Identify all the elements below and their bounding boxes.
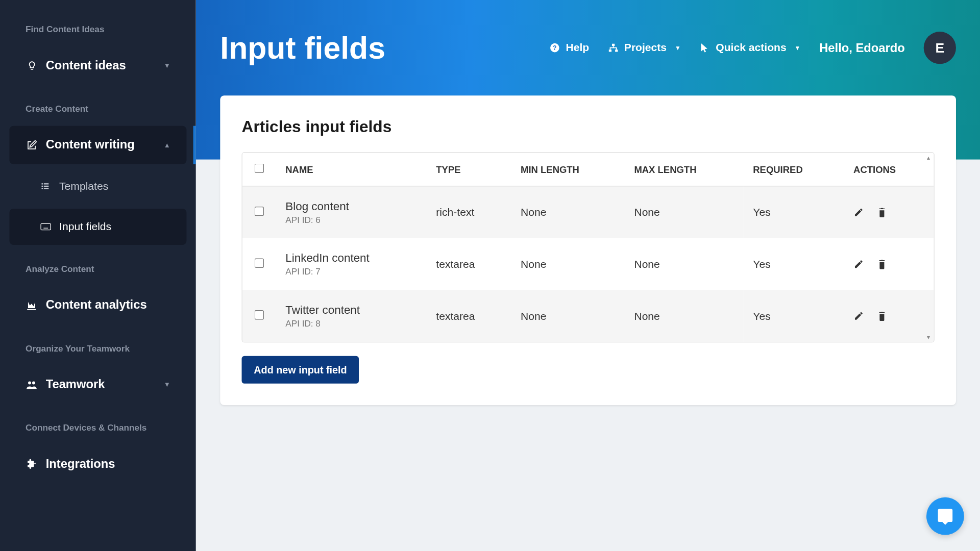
svg-rect-6 — [41, 223, 51, 230]
table-row: Twitter content API ID: 8 textarea None … — [242, 290, 934, 342]
delete-button[interactable] — [877, 207, 886, 218]
field-max-length: None — [625, 238, 744, 290]
trash-icon — [877, 311, 886, 321]
users-icon — [26, 380, 38, 389]
col-min-length: MIN LENGTH — [511, 153, 625, 186]
section-label-find-ideas: Find Content Ideas — [0, 16, 196, 42]
col-name: NAME — [276, 153, 427, 186]
edit-icon — [26, 140, 38, 151]
help-button[interactable]: ? Help — [550, 42, 589, 54]
add-input-field-button[interactable]: Add new input field — [242, 356, 359, 384]
field-required: Yes — [744, 186, 844, 238]
lightbulb-icon — [26, 61, 38, 71]
nav-content-analytics[interactable]: Content analytics — [9, 286, 186, 324]
sub-item-label: Templates — [59, 180, 108, 192]
chevron-up-icon: ▲ — [164, 141, 170, 149]
avatar[interactable]: E — [924, 32, 956, 64]
field-max-length: None — [625, 186, 744, 238]
field-type: rich-text — [427, 186, 511, 238]
edit-button[interactable] — [853, 311, 864, 321]
card-title: Articles input fields — [242, 117, 935, 136]
chat-bubble-button[interactable] — [926, 497, 964, 535]
nav-label: Content writing — [46, 138, 135, 152]
header-checkbox-cell — [242, 153, 276, 186]
chart-icon — [26, 300, 38, 310]
sub-item-templates[interactable]: Templates — [9, 168, 186, 205]
sub-item-label: Input fields — [59, 221, 111, 233]
table-wrapper[interactable]: ▴ ▾ NAME TYPE MIN LENGTH MAX LENGTH REQU… — [242, 152, 935, 342]
field-name: Twitter content — [285, 304, 417, 317]
table-row: Blog content API ID: 6 rich-text None No… — [242, 186, 934, 238]
col-actions: ACTIONS — [844, 153, 934, 186]
main-area: Input fields ? Help Projects ▼ — [196, 0, 980, 551]
delete-button[interactable] — [877, 311, 886, 321]
field-type: textarea — [427, 238, 511, 290]
header-actions: ? Help Projects ▼ Quick actions ▼ — [550, 32, 956, 64]
chevron-down-icon: ▼ — [164, 381, 170, 389]
projects-button[interactable]: Projects ▼ — [608, 42, 681, 54]
field-required: Yes — [744, 238, 844, 290]
field-api-id: API ID: 7 — [285, 266, 417, 277]
trash-icon — [877, 259, 886, 269]
field-max-length: None — [625, 290, 744, 342]
section-label-analyze: Analyze Content — [0, 256, 196, 282]
chat-icon — [937, 508, 954, 525]
svg-rect-5 — [44, 188, 48, 189]
svg-text:?: ? — [553, 44, 557, 52]
edit-button[interactable] — [853, 207, 864, 217]
nav-content-ideas[interactable]: Content ideas ▼ — [9, 46, 186, 85]
field-api-id: API ID: 8 — [285, 318, 417, 329]
field-min-length: None — [511, 186, 625, 238]
field-api-id: API ID: 6 — [285, 215, 417, 225]
col-max-length: MAX LENGTH — [625, 153, 744, 186]
row-checkbox[interactable] — [255, 258, 264, 267]
svg-point-12 — [28, 381, 31, 384]
list-icon — [40, 182, 53, 191]
field-name: Blog content — [285, 200, 417, 213]
section-label-create: Create Content — [0, 95, 196, 121]
pencil-icon — [853, 259, 864, 269]
nav-teamwork[interactable]: Teamwork ▼ — [9, 365, 186, 404]
chevron-down-icon: ▼ — [795, 44, 801, 51]
col-required: REQUIRED — [744, 153, 844, 186]
field-type: textarea — [427, 290, 511, 342]
chevron-down-icon: ▼ — [675, 44, 681, 51]
quick-actions-button[interactable]: Quick actions ▼ — [700, 42, 801, 54]
select-all-checkbox[interactable] — [255, 164, 264, 173]
field-min-length: None — [511, 238, 625, 290]
sidebar: Find Content Ideas Content ideas ▼ Creat… — [0, 0, 196, 551]
delete-button[interactable] — [877, 259, 886, 269]
row-checkbox[interactable] — [255, 206, 264, 215]
header-bar: Input fields ? Help Projects ▼ — [196, 0, 980, 95]
pencil-icon — [853, 207, 864, 217]
keyboard-icon — [40, 223, 53, 231]
nav-label: Content ideas — [46, 59, 126, 73]
section-label-connect: Connect Devices & Channels — [0, 415, 196, 441]
sub-item-input-fields[interactable]: Input fields — [9, 209, 186, 245]
content-card: Articles input fields ▴ ▾ NAME TYPE MIN … — [220, 95, 956, 405]
field-min-length: None — [511, 290, 625, 342]
svg-rect-2 — [41, 186, 43, 187]
help-icon: ? — [550, 42, 560, 53]
chevron-down-icon: ▼ — [164, 62, 170, 69]
svg-rect-1 — [44, 183, 48, 184]
input-fields-table: NAME TYPE MIN LENGTH MAX LENGTH REQUIRED… — [242, 153, 934, 342]
nav-content-writing[interactable]: Content writing ▲ — [9, 126, 186, 164]
pencil-icon — [853, 311, 864, 321]
col-type: TYPE — [427, 153, 511, 186]
sitemap-icon — [608, 42, 619, 53]
edit-button[interactable] — [853, 259, 864, 269]
svg-rect-4 — [41, 188, 43, 189]
svg-rect-18 — [615, 49, 618, 52]
nav-label: Content analytics — [46, 298, 147, 312]
table-row: LinkedIn content API ID: 7 textarea None… — [242, 238, 934, 290]
nav-integrations[interactable]: Integrations — [9, 445, 186, 483]
svg-point-13 — [32, 381, 35, 384]
section-label-organize: Organize Your Teamwork — [0, 335, 196, 361]
row-checkbox[interactable] — [255, 310, 264, 319]
svg-rect-16 — [612, 44, 615, 46]
svg-rect-3 — [44, 186, 48, 187]
page-title: Input fields — [220, 30, 550, 66]
svg-rect-17 — [609, 49, 611, 52]
nav-label: Integrations — [46, 457, 115, 471]
